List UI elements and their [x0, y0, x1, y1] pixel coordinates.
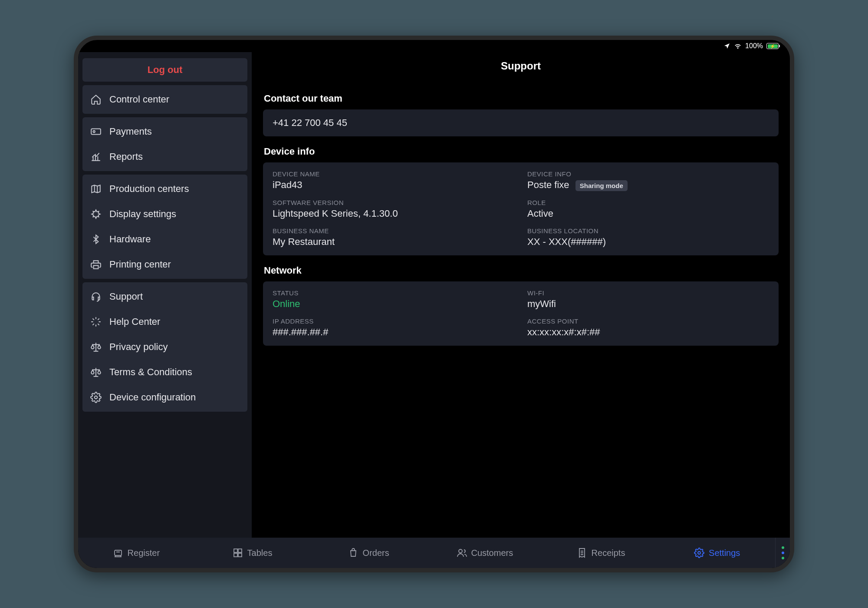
tab-label: Tables: [247, 548, 273, 558]
status-value: Online: [273, 298, 514, 310]
map-icon: [90, 183, 102, 195]
sidebar-item-control-center[interactable]: Control center: [82, 87, 247, 112]
tab-label: Orders: [363, 548, 389, 558]
device-info-label: DEVICE INFO: [527, 170, 769, 178]
sidebar-item-device-configuration[interactable]: Device configuration: [82, 385, 247, 410]
scale-icon: [90, 341, 102, 353]
printer-icon: [90, 259, 102, 270]
ap-value: xx:xx:xx:x#:x#:##: [527, 327, 769, 338]
bottom-tab-bar: Register Tables Orders Customers: [78, 538, 790, 568]
sidebar-item-payments[interactable]: Payments: [82, 119, 247, 144]
spark-icon: [90, 316, 102, 327]
main-content: Support Contact our team +41 22 700 45 4…: [252, 52, 790, 538]
register-icon: [113, 548, 123, 558]
card-icon: [90, 126, 102, 137]
nav-group-1: Control center: [82, 85, 247, 114]
sidebar-item-label: Production centers: [109, 183, 189, 195]
bluetooth-icon: [90, 234, 102, 245]
network-card: STATUS Online WI-FI myWifi IP ADDRESS ##…: [263, 281, 779, 346]
sidebar-item-label: Hardware: [109, 234, 151, 245]
sidebar-item-label: Control center: [109, 94, 169, 105]
wifi-value: myWifi: [527, 298, 769, 310]
sidebar-item-reports[interactable]: Reports: [82, 144, 247, 169]
svg-rect-5: [238, 549, 242, 552]
headset-icon: [90, 291, 102, 302]
page-title: Support: [263, 52, 779, 83]
customers-icon: [457, 548, 467, 558]
chart-icon: [90, 151, 102, 162]
wifi-icon: [734, 42, 742, 50]
sidebar-item-production-centers[interactable]: Production centers: [82, 176, 247, 202]
sharing-mode-badge: Sharing mode: [575, 180, 628, 191]
sidebar-item-display-settings[interactable]: Display settings: [82, 202, 247, 227]
sidebar-item-label: Reports: [109, 151, 143, 162]
sidebar-item-label: Privacy policy: [109, 341, 168, 353]
svg-point-9: [698, 552, 700, 554]
sidebar-item-label: Device configuration: [109, 392, 196, 403]
more-menu-button[interactable]: [775, 538, 790, 568]
status-dot-icon: [782, 546, 784, 549]
wifi-label: WI-FI: [527, 289, 769, 297]
role-value: Active: [527, 208, 769, 219]
tab-tables[interactable]: Tables: [194, 538, 311, 568]
sidebar-item-privacy-policy[interactable]: Privacy policy: [82, 334, 247, 360]
device-info-card: DEVICE NAME iPad43 DEVICE INFO Poste fix…: [263, 162, 779, 255]
sidebar-item-support[interactable]: Support: [82, 284, 247, 309]
sidebar-item-printing-center[interactable]: Printing center: [82, 252, 247, 277]
status-dot-icon: [782, 557, 784, 559]
tablet-frame: 100% ⚡ Log out Control center: [74, 36, 794, 572]
gear-icon: [90, 392, 102, 403]
sidebar-item-terms-conditions[interactable]: Terms & Conditions: [82, 360, 247, 385]
device-info-heading: Device info: [264, 146, 779, 157]
sidebar: Log out Control center Payments: [78, 52, 252, 538]
tab-label: Register: [128, 548, 160, 558]
tab-receipts[interactable]: Receipts: [543, 538, 659, 568]
ip-value: ###.###.##.#: [273, 327, 514, 338]
home-icon: [90, 94, 102, 105]
logout-button[interactable]: Log out: [82, 58, 247, 82]
sidebar-item-hardware[interactable]: Hardware: [82, 227, 247, 252]
svg-rect-7: [238, 553, 242, 557]
tab-settings[interactable]: Settings: [659, 538, 775, 568]
nav-group-4: Support Help Center Privacy policy: [82, 282, 247, 412]
tab-customers[interactable]: Customers: [427, 538, 543, 568]
ip-label: IP ADDRESS: [273, 317, 514, 325]
sidebar-item-label: Terms & Conditions: [109, 367, 192, 378]
tab-orders[interactable]: Orders: [310, 538, 427, 568]
business-name-label: BUSINESS NAME: [273, 227, 514, 235]
status-bar: 100% ⚡: [78, 40, 790, 52]
tab-label: Receipts: [592, 548, 625, 558]
receipts-icon: [577, 548, 587, 558]
network-heading: Network: [264, 265, 779, 276]
tab-register[interactable]: Register: [78, 538, 194, 568]
status-label: STATUS: [273, 289, 514, 297]
display-icon: [90, 208, 102, 220]
business-location-value: XX - XXX(######): [527, 236, 769, 248]
nav-group-3: Production centers Display settings Hard…: [82, 175, 247, 279]
contact-phone: +41 22 700 45 45: [273, 117, 347, 128]
device-name-value: iPad43: [273, 179, 514, 191]
svg-point-1: [93, 131, 95, 132]
svg-rect-3: [115, 550, 122, 555]
software-label: SOFTWARE VERSION: [273, 199, 514, 206]
sidebar-item-label: Printing center: [109, 259, 171, 270]
contact-heading: Contact our team: [264, 93, 779, 104]
battery-percent: 100%: [745, 42, 763, 50]
sidebar-item-help-center[interactable]: Help Center: [82, 309, 247, 334]
nav-group-2: Payments Reports: [82, 117, 247, 171]
svg-rect-0: [91, 129, 101, 135]
orders-icon: [348, 548, 358, 558]
battery-icon: ⚡: [766, 43, 779, 49]
contact-card[interactable]: +41 22 700 45 45: [263, 109, 779, 136]
device-info-value: Poste fixe Sharing mode: [527, 179, 769, 191]
tab-label: Customers: [471, 548, 513, 558]
svg-rect-6: [234, 553, 237, 557]
software-value: Lightspeed K Series, 4.1.30.0: [273, 208, 514, 219]
tab-label: Settings: [709, 548, 740, 558]
sidebar-item-label: Help Center: [109, 316, 160, 327]
device-name-label: DEVICE NAME: [273, 170, 514, 178]
tables-icon: [233, 548, 243, 558]
sidebar-item-label: Display settings: [109, 208, 176, 220]
sidebar-item-label: Payments: [109, 126, 152, 137]
gear-icon: [694, 548, 704, 558]
